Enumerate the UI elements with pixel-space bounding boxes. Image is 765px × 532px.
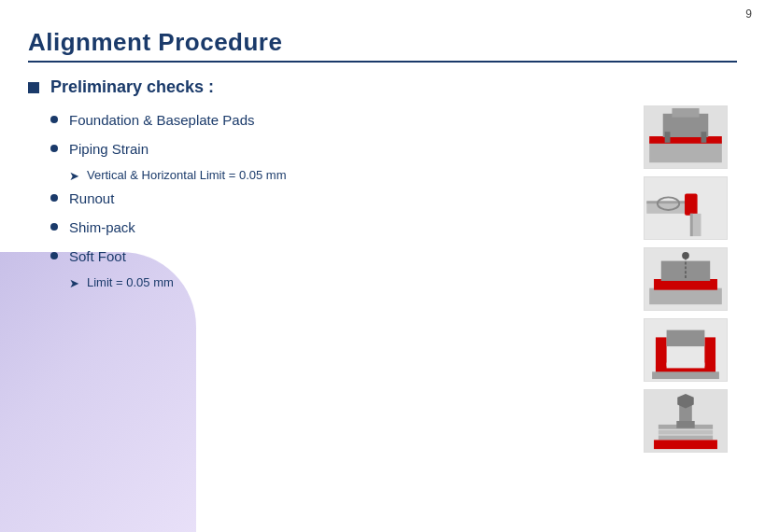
image-runout: [644, 247, 728, 311]
svg-rect-24: [659, 430, 713, 435]
left-content: Preliminary checks : Foundation & Basepl…: [28, 77, 625, 453]
list-item-foundation: Foundation & Baseplate Pads: [50, 110, 625, 130]
svg-rect-5: [701, 132, 707, 143]
svg-rect-22: [667, 330, 705, 346]
right-images: [644, 77, 737, 453]
section-header: Preliminary checks :: [28, 77, 625, 97]
svg-rect-4: [665, 132, 671, 143]
svg-softfoot: [645, 319, 727, 381]
sub-arrow-softfoot: ➤: [69, 276, 79, 290]
svg-rect-18: [704, 337, 715, 369]
svg-rect-10: [690, 214, 693, 236]
list-item-shimpack: Shim-pack: [50, 217, 625, 237]
section-bullet: [28, 82, 39, 93]
label-softfoot: Soft Foot: [69, 246, 126, 266]
svg-rect-29: [676, 421, 694, 428]
sub-arrow-piping: ➤: [69, 169, 79, 183]
label-foundation: Foundation & Baseplate Pads: [69, 110, 254, 130]
page-number: 9: [745, 7, 752, 21]
svg-runout: [645, 248, 727, 310]
svg-rect-6: [646, 203, 687, 214]
label-piping: Piping Strain: [69, 139, 149, 159]
svg-piping: [645, 177, 727, 239]
label-shimpack: Shim-pack: [69, 217, 135, 237]
title-section: Alignment Procedure: [28, 28, 737, 63]
list-item-piping: Piping Strain ➤ Vertical & Horizontal Li…: [50, 139, 625, 183]
bullet-piping: [50, 145, 58, 152]
svg-rect-17: [656, 337, 667, 369]
list-items: Foundation & Baseplate Pads Piping Strai…: [28, 110, 625, 290]
list-item-softfoot: Soft Foot ➤ Limit = 0.05 mm: [50, 246, 625, 290]
sub-text-softfoot: Limit = 0.05 mm: [87, 275, 174, 289]
image-softfoot: [644, 318, 728, 382]
image-shimpack: [644, 389, 728, 453]
main-layout: Preliminary checks : Foundation & Basepl…: [28, 77, 737, 453]
page-title: Alignment Procedure: [28, 28, 737, 57]
sub-text-piping: Vertical & Horizontal Limit = 0.05 mm: [87, 168, 287, 182]
bullet-runout: [50, 194, 58, 202]
section-title: Preliminary checks :: [50, 77, 214, 97]
slide-content: Alignment Procedure Preliminary checks :…: [0, 0, 765, 532]
svg-rect-21: [652, 371, 719, 379]
sub-item-softfoot: ➤ Limit = 0.05 mm: [69, 275, 625, 290]
svg-rect-8: [685, 193, 698, 215]
title-divider: [28, 61, 737, 63]
bullet-shimpack: [50, 223, 58, 231]
image-foundation: [644, 105, 728, 169]
svg-rect-26: [654, 440, 717, 449]
svg-rect-1: [649, 136, 722, 144]
svg-foundation: [645, 106, 727, 168]
bullet-foundation: [50, 116, 58, 123]
svg-point-16: [682, 252, 689, 259]
svg-rect-0: [649, 141, 722, 162]
svg-rect-23: [659, 436, 713, 441]
svg-rect-12: [649, 288, 722, 304]
svg-rect-3: [672, 108, 699, 118]
label-runout: Runout: [69, 189, 114, 208]
image-piping: [644, 176, 728, 240]
bullet-softfoot: [50, 252, 58, 259]
svg-shimpack: [645, 390, 727, 452]
svg-rect-7: [646, 201, 687, 203]
list-item-runout: Runout: [50, 189, 625, 208]
svg-rect-20: [667, 363, 705, 369]
sub-item-piping: ➤ Vertical & Horizontal Limit = 0.05 mm: [69, 168, 625, 183]
